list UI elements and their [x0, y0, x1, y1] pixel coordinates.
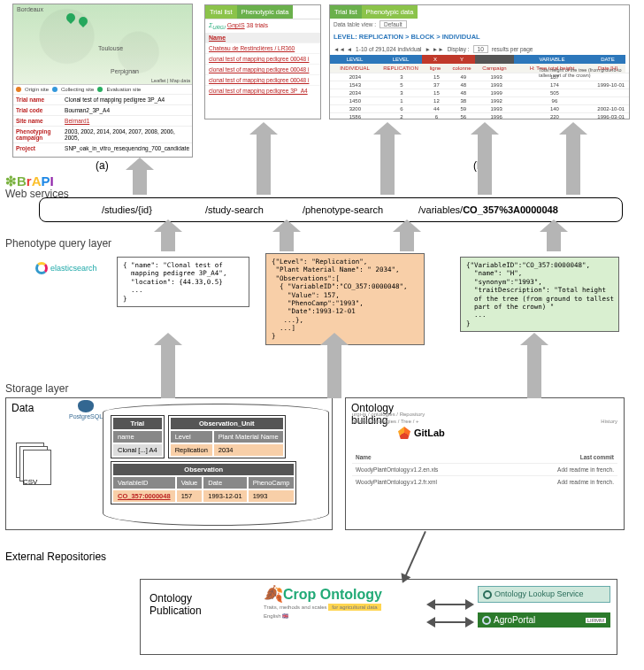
trial-link[interactable]: clonal test of mapping pedigree 3P_A4 — [205, 85, 320, 96]
up-arrow-icon — [327, 345, 341, 398]
elephant-icon — [78, 400, 94, 412]
map-city-perpignan: Perpignan — [111, 68, 139, 74]
gnpis-bar: ΣURGI GnpIS 38 trials — [205, 19, 320, 33]
dbl-arrow-icon — [433, 621, 467, 623]
panel-a: Bordeaux Toulouse Perpignan Leaflet | Ma… — [12, 4, 193, 158]
legend-eval: Evaluation site — [106, 87, 141, 92]
layer-phenoquery: Phenotype query layer — [5, 237, 111, 250]
tbl-observation: Observation VariableIDValueDatePhenoCamp… — [111, 461, 296, 504]
ws-studies: /studies/{id} — [102, 204, 152, 215]
eval-dot-icon — [97, 87, 103, 92]
up-arrow-icon — [161, 232, 175, 251]
git-col-name: Name — [356, 454, 372, 460]
es-label: elasticsearch — [50, 264, 97, 273]
webservices-bar: /studies/{id} /study-search /phenotype-s… — [39, 197, 623, 222]
onto-pub-title: Ontology Publication — [150, 592, 202, 617]
ws-study-search: /study-search — [205, 204, 264, 215]
ws-variables: /variables/CO_357%3A0000048 — [418, 204, 558, 215]
up-arrow-icon — [547, 232, 561, 251]
row-key: Project — [13, 143, 62, 154]
row-val[interactable]: Beirnard1 — [62, 116, 192, 127]
col-name[interactable]: Name — [205, 33, 320, 42]
json-study: { "name": "Clonal test of mapping pedigr… — [117, 257, 249, 307]
pager-count-select[interactable]: 10 — [473, 45, 488, 53]
up-arrow-icon — [478, 135, 492, 195]
up-arrow-icon — [400, 232, 414, 251]
pager-range: 1-10 of 291,024 individual — [356, 46, 421, 52]
panel-b: Trial list Phenotypic data ΣURGI GnpIS 3… — [204, 4, 321, 119]
up-arrow-icon — [133, 170, 147, 195]
level-breadcrumb: LEVEL: REPLICATION > BLOCK > INDIVIDUAL — [330, 30, 629, 43]
panel-bprime: Trial list Phenotypic data Data table vi… — [329, 4, 630, 119]
tab-trial-list[interactable]: Trial list — [205, 5, 237, 19]
row-val: Bouman2_3P_A4 — [62, 105, 192, 116]
trial-link[interactable]: clonal test of mapping pedigree 00048 i — [205, 64, 320, 74]
git-file[interactable]: WoodyPlantOntology.v1.2.en.xls — [356, 466, 438, 473]
git-file-list: Name Last commit WoodyPlantOntology.v1.2… — [352, 451, 617, 488]
data-title: Data — [12, 402, 34, 414]
up-arrow-icon — [566, 135, 580, 195]
git-commit: Add readme in french. — [557, 466, 614, 473]
lookup-icon — [483, 590, 492, 599]
csv-label: CSV — [23, 478, 37, 486]
crop-ontology-logo: 🍂Crop Ontology Traits, methods and scale… — [264, 584, 382, 619]
git-breadcrumb: urgi-is / ontologies / Repository develo… — [352, 412, 617, 424]
bp-header-row: LEVELLEVELXYVARIABLEDATE — [330, 55, 629, 64]
agro-ring-icon — [482, 616, 491, 625]
diag-arrow-icon — [402, 531, 426, 581]
git-commit: Add readme in french. — [557, 479, 614, 485]
row-val: SNP_oak_in_vitro_resequencing_700_candid… — [62, 143, 192, 154]
map-pin-icon — [77, 15, 89, 27]
row-key: Trial code — [13, 105, 62, 116]
row-key: Site name — [13, 116, 62, 127]
bp-data-table: 203431549199315715435374819931741999-10-… — [330, 73, 629, 120]
up-arrow-icon — [161, 345, 175, 398]
row-key: Phenotyping campaign — [13, 127, 62, 143]
db-tables: Trial name Clonal [...] A4 Observation_U… — [110, 414, 322, 505]
trial-info-table: Trial nameClonal test of mapping pedigre… — [13, 94, 192, 153]
up-arrow-icon — [380, 135, 395, 195]
legend-origin: Origin site — [25, 87, 49, 92]
gitlab-logo: GitLab — [398, 427, 445, 439]
trait-tooltip: Total height of the tree (from ground to… — [539, 67, 627, 78]
map-legend: Origin site Collecting site Evaluation s… — [13, 84, 192, 94]
json-variable: {"VariableID":"CO_357:0000048", "name": … — [460, 257, 619, 332]
es-ring-icon — [35, 262, 48, 274]
row-val: Clonal test of mapping pedigree 3P_A4 — [62, 95, 192, 105]
trial-link[interactable]: clonal test of mapping pedigree 00048 i — [205, 74, 320, 85]
gnpis-link[interactable]: GnpIS — [227, 22, 245, 28]
pager-display-label: Display : — [448, 46, 470, 52]
tab-pheno-data[interactable]: Phenotypic data — [237, 5, 294, 19]
map: Bordeaux Toulouse Perpignan Leaflet | Ma… — [13, 4, 192, 84]
ols-banner: Ontology Lookup Service — [478, 586, 610, 603]
dbl-arrow-icon — [433, 604, 467, 605]
row-key: Trial name — [13, 95, 62, 105]
trial-link[interactable]: clonal test of mapping pedigree 00048 i — [205, 53, 320, 64]
agroportal-banner: AgroPortalLIRMM — [478, 612, 610, 628]
git-col-commit: Last commit — [580, 454, 614, 460]
panel-a-label: (a) — [96, 159, 109, 172]
view-select[interactable]: Default — [380, 20, 407, 28]
view-label: Data table view : — [334, 21, 376, 27]
gnpis-count: 38 trials — [247, 22, 269, 28]
up-arrow-icon — [257, 135, 271, 195]
ws-pheno-search: /phenotype-search — [303, 204, 383, 215]
git-file[interactable]: WoodyPlantOntology.v1.2.fr.xml — [356, 479, 437, 485]
tbl-trial: Trial name Clonal [...] A4 — [111, 415, 165, 458]
layer-storage: Storage layer — [5, 382, 68, 395]
leaf-icon: 🍂 — [264, 585, 283, 603]
flag-icon: 🇬🇧 — [282, 613, 288, 619]
trial-link[interactable]: Chateau de Restinclières / LR360 — [205, 42, 320, 53]
elasticsearch-logo: elasticsearch — [35, 262, 97, 274]
pager-next-icon[interactable]: ► ►► — [426, 46, 444, 52]
tbl-obsunit: Observation_Unit LevelPlant Material Nam… — [168, 415, 286, 458]
pager-prev-icon[interactable]: ◄◄ ◄ — [334, 46, 352, 52]
map-pin-icon — [65, 12, 77, 24]
layer-external: External Repositories — [5, 551, 106, 563]
tab-trial-list[interactable]: Trial list — [330, 5, 362, 19]
postgres-logo: PostgreSQL — [69, 400, 103, 420]
map-city-toulouse: Toulouse — [98, 45, 123, 51]
legend-collect: Collecting site — [61, 87, 94, 92]
tab-pheno-data[interactable]: Phenotypic data — [362, 5, 418, 19]
collect-dot-icon — [52, 87, 58, 92]
